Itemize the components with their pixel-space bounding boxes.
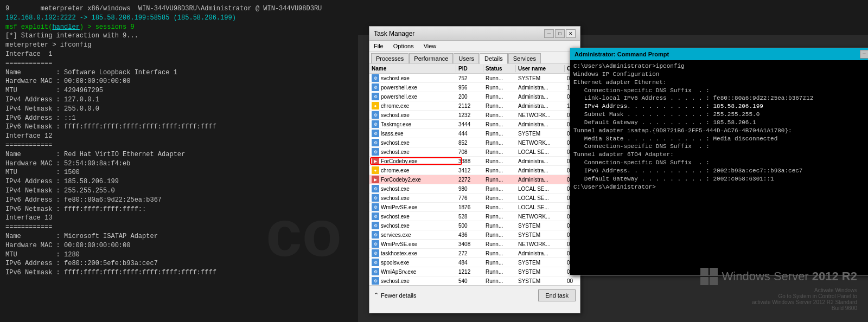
proc-icon: ▶	[372, 176, 379, 183]
tm-close-button[interactable]: ✕	[566, 29, 576, 38]
table-row[interactable]: ⚙ spoolsv.exe 484 Runn... SYSTEM 00 960 …	[369, 258, 580, 267]
terminal-line: Name : Microsoft ISATAP Adapter	[5, 232, 353, 241]
tab-services[interactable]: Services	[508, 53, 541, 63]
proc-status: Runn...	[483, 268, 516, 275]
proc-user: NETWORK...	[516, 213, 565, 220]
tm-table-header: Name PID Status User name CPU Memory	[369, 64, 580, 74]
chevron-up-icon: ⌃	[374, 292, 379, 299]
table-row[interactable]: ⚙ WmiApSrv.exe 1212 Runn... SYSTEM 00 95…	[369, 267, 580, 276]
proc-name-cell: ⚙ svchost.exe	[369, 147, 456, 156]
proc-pid: 3408	[456, 241, 483, 248]
table-row[interactable]: ⚙ svchost.exe 708 Runn... LOCAL SE... 00…	[369, 147, 580, 157]
table-row[interactable]: ⚙ svchost.exe 752 Runn... SYSTEM 00 14,4	[369, 74, 580, 83]
terminal-line: Hardware MAC : 52:54:00:8a:f4:eb	[5, 159, 353, 169]
proc-name-text: ForCodeby.exe	[381, 158, 418, 164]
table-row[interactable]: ▶ ForCodeby2.exe 2272 Runn... Administra…	[369, 175, 580, 184]
proc-user: LOCAL SE...	[516, 185, 565, 192]
terminal-line: 9 meterpreter x86/windows WIN-344VU98D3R…	[5, 4, 353, 14]
proc-icon: ⚙	[372, 111, 379, 119]
proc-status: Runn...	[483, 130, 516, 137]
tab-processes[interactable]: Processes	[371, 53, 409, 63]
tm-titlebar: Task Manager ─ □ ✕	[369, 27, 580, 41]
table-row[interactable]: ● chrome.exe 2112 Runn... Administra... …	[369, 101, 580, 111]
proc-name-text: svchost.exe	[381, 195, 410, 201]
proc-pid: 3388	[456, 158, 483, 165]
proc-status: Runn...	[483, 250, 516, 257]
table-row[interactable]: ⚙ services.exe 436 Runn... SYSTEM 00 1,5…	[369, 230, 580, 240]
tm-menu-file[interactable]: File	[372, 43, 386, 49]
tm-menu-view[interactable]: View	[422, 43, 439, 49]
table-row[interactable]: ⚙ svchost.exe 980 Runn... LOCAL SE... 00…	[369, 184, 580, 194]
table-row[interactable]: ▶ ForCodeby.exe 3388 Runn... Administra.…	[369, 157, 580, 166]
cmd-window[interactable]: Administrator: Command Prompt ─ C:\Users…	[570, 48, 868, 275]
proc-name-text: powershell.exe	[381, 94, 417, 100]
proc-name-cell: ⚙ WmiPrvSE.exe	[369, 203, 456, 211]
table-row[interactable]: ⚙ powershell.exe 956 Runn... Administra.…	[369, 83, 580, 92]
proc-pid: 1212	[456, 268, 483, 275]
proc-pid: 2272	[456, 176, 483, 183]
cmd-window-controls[interactable]: ─	[860, 50, 868, 59]
terminal-line: IPv4 Netmask : 255.255.255.0	[5, 186, 353, 196]
end-task-button[interactable]: End task	[538, 289, 576, 301]
tm-menubar: File Options View	[369, 41, 580, 51]
table-row[interactable]: ⚙ svchost.exe 852 Runn... NETWORK... 00 …	[369, 138, 580, 147]
proc-name-text: svchost.exe	[381, 186, 410, 192]
terminal-line: MTU : 4294967295	[5, 86, 353, 95]
table-row[interactable]: ⚙ WmiPrvSE.exe 3408 Runn... NETWORK... 0…	[369, 240, 580, 249]
table-row[interactable]: ⚙ Taskmgr.exe 3444 Runn... Administra...…	[369, 120, 580, 129]
proc-icon: ⚙	[372, 231, 379, 239]
proc-pid: 956	[456, 84, 483, 91]
table-row[interactable]: ⚙ WmiPrvSE.exe 1876 Runn... LOCAL SE... …	[369, 203, 580, 212]
table-row[interactable]: ⚙ svchost.exe 776 Runn... LOCAL SE... 00…	[369, 194, 580, 203]
table-row[interactable]: ⚙ taskhostex.exe 272 Runn... Administra.…	[369, 249, 580, 258]
tab-details[interactable]: Details	[480, 53, 508, 64]
table-row[interactable]: ⚙ svchost.exe 528 Runn... NETWORK... 00 …	[369, 212, 580, 221]
proc-icon: ⚙	[372, 277, 379, 285]
cmd-line: Subnet Mask . . . . . . . . . . . : 255.…	[573, 111, 868, 119]
proc-icon: ⚙	[372, 212, 379, 220]
proc-status: Runn...	[483, 158, 516, 165]
tm-maximize-button[interactable]: □	[555, 29, 565, 38]
cmd-minimize-button[interactable]: ─	[860, 50, 868, 59]
proc-name-text: svchost.exe	[381, 75, 410, 81]
proc-name-cell: ⚙ svchost.exe	[369, 111, 456, 119]
proc-status: Runn...	[483, 84, 516, 91]
proc-name-text: WmiPrvSE.exe	[381, 204, 417, 210]
tm-title: Task Manager	[374, 30, 414, 37]
terminal-line: msf exploit(handler) > sessions 9	[5, 23, 353, 32]
table-row[interactable]: ⚙ svchost.exe 540 Runn... SYSTEM 00 916 …	[369, 276, 580, 285]
table-row[interactable]: ⚙ powershell.exe 200 Runn... Administra.…	[369, 92, 580, 101]
proc-pid: 708	[456, 149, 483, 156]
tab-users[interactable]: Users	[454, 53, 479, 63]
proc-user: Administra...	[516, 84, 565, 91]
tm-window-controls[interactable]: ─ □ ✕	[544, 29, 576, 38]
fewer-details-button[interactable]: ⌃ Fewer details	[374, 292, 416, 299]
proc-name-text: WmiApSrv.exe	[381, 269, 416, 275]
proc-user: SYSTEM	[516, 259, 565, 266]
tm-menu-options[interactable]: Options	[391, 43, 416, 49]
proc-icon: ⚙	[372, 240, 379, 248]
win-activate-text: Activate Windows Go to System in Control…	[700, 287, 857, 311]
proc-status: Runn...	[483, 241, 516, 248]
table-row[interactable]: ⚙ svchost.exe 1232 Runn... NETWORK... 00…	[369, 111, 580, 120]
cmd-line: Connection-specific DNS Suffix . :	[573, 143, 868, 151]
proc-name-cell: ⚙ taskhostex.exe	[369, 249, 456, 257]
task-manager-window[interactable]: Task Manager ─ □ ✕ File Options View Pro…	[369, 26, 580, 313]
terminal-line: [*] Starting interaction with 9...	[5, 31, 353, 41]
terminal-line: IPv6 Netmask : ffff:ffff:ffff:ffff:ffff:…	[5, 268, 353, 278]
tab-performance[interactable]: Performance	[409, 53, 453, 63]
proc-pid: 1876	[456, 204, 483, 211]
terminal-line: 192.168.0.102:2222 -> 185.58.206.199:585…	[5, 14, 353, 23]
tm-minimize-button[interactable]: ─	[544, 29, 554, 38]
cmd-line: Connection-specific DNS Suffix . :	[573, 87, 868, 95]
proc-status: Runn...	[483, 75, 516, 82]
tm-process-list[interactable]: ⚙ svchost.exe 752 Runn... SYSTEM 00 14,4…	[369, 74, 580, 285]
table-row[interactable]: ● chrome.exe 3412 Runn... Administra... …	[369, 166, 580, 175]
table-row[interactable]: ⚙ svchost.exe 500 Runn... SYSTEM 00 1,82…	[369, 221, 580, 230]
cmd-line: Default Gateway . . . . . . . . . : 2002…	[573, 175, 868, 183]
proc-user: NETWORK...	[516, 112, 565, 119]
terminal-line: Hardware MAC : 00:00:00:00:00:00	[5, 77, 353, 86]
proc-name-cell: ⚙ lsass.exe	[369, 129, 456, 138]
table-row[interactable]: ⚙ lsass.exe 444 Runn... SYSTEM 00 5,1	[369, 129, 580, 138]
proc-name-cell: ⚙ svchost.exe	[369, 74, 456, 82]
